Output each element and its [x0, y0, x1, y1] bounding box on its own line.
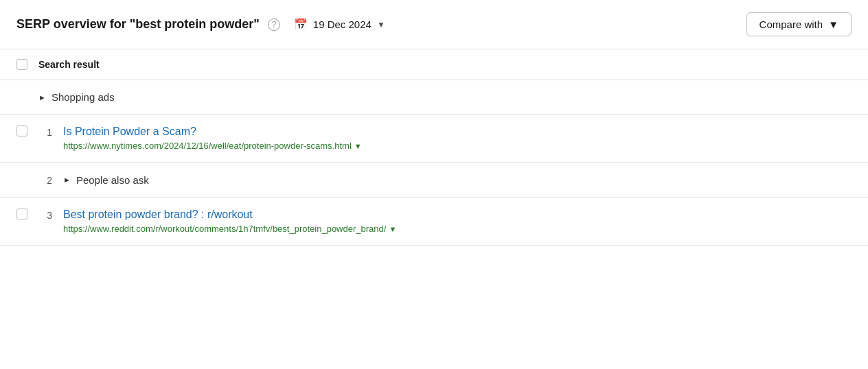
row-2-number: 2 [38, 174, 52, 186]
table-row: 1 Is Protein Powder a Scam? https://www.… [0, 115, 868, 163]
compare-chevron-icon: ▼ [828, 19, 838, 30]
page-title: SERP overview for "best protein powder" [16, 17, 260, 32]
help-icon[interactable]: ? [268, 19, 280, 31]
row-1-number: 1 [38, 126, 52, 138]
shopping-ads-row: ► Shopping ads [0, 80, 868, 115]
people-ask-content: ► People also ask [63, 174, 149, 186]
people-also-ask-label: People also ask [76, 174, 149, 186]
row-1-checkbox[interactable] [16, 126, 27, 136]
shopping-expand-icon[interactable]: ► [38, 93, 46, 102]
row-1-url: https://www.nytimes.com/2024/12/16/well/… [63, 141, 852, 151]
table-header: Search result [0, 49, 868, 80]
table-row: 3 Best protein powder brand? : r/workout… [0, 198, 868, 246]
row-3-url-chevron-icon[interactable]: ▼ [389, 225, 396, 233]
row-3-checkbox[interactable] [16, 209, 27, 219]
compare-with-button[interactable]: Compare with ▼ [746, 12, 852, 36]
row-1-title[interactable]: Is Protein Powder a Scam? [63, 126, 852, 138]
row-1-content: Is Protein Powder a Scam? https://www.ny… [63, 126, 852, 151]
row-3-content: Best protein powder brand? : r/workout h… [63, 209, 852, 234]
column-label: Search result [38, 59, 100, 70]
date-value: 19 Dec 2024 [313, 19, 372, 30]
page-header: SERP overview for "best protein powder" … [0, 0, 868, 49]
select-all-checkbox[interactable] [16, 59, 27, 70]
date-chevron-icon: ▼ [377, 20, 385, 29]
row-3-title[interactable]: Best protein powder brand? : r/workout [63, 209, 852, 221]
row-3-url-text: https://www.reddit.com/r/workout/comment… [63, 224, 386, 234]
row-1-url-chevron-icon[interactable]: ▼ [354, 142, 362, 150]
people-ask-expand-icon[interactable]: ► [63, 176, 71, 184]
compare-button-label: Compare with [760, 19, 823, 30]
row-3-number: 3 [38, 209, 52, 221]
people-also-ask-row: 2 ► People also ask [0, 163, 868, 198]
row-3-url: https://www.reddit.com/r/workout/comment… [63, 224, 852, 234]
date-picker[interactable]: 📅 19 Dec 2024 ▼ [294, 18, 385, 31]
calendar-icon: 📅 [294, 18, 308, 31]
shopping-ads-label: Shopping ads [52, 91, 115, 103]
row-1-url-text: https://www.nytimes.com/2024/12/16/well/… [63, 141, 352, 151]
